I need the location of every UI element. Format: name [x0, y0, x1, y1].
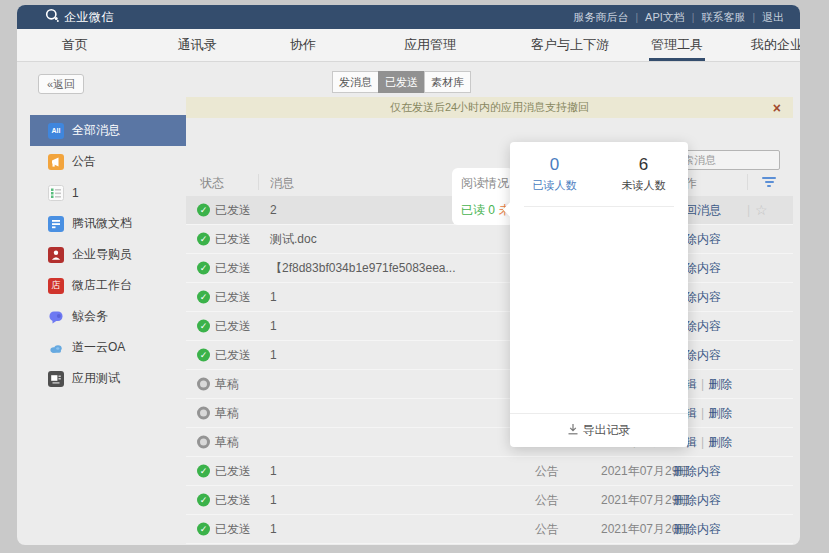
download-icon — [568, 424, 578, 438]
sidebar-item-企业导购员[interactable]: 企业导购员 — [30, 239, 186, 270]
unread-count-label: 未读人数 — [599, 178, 688, 193]
status-label: 已发送 — [215, 202, 251, 219]
export-record-button[interactable]: 导出记录 — [510, 413, 688, 447]
sidebar-item-公告[interactable]: 公告 — [30, 146, 186, 177]
status-label: 已发送 — [215, 260, 251, 277]
table-row[interactable]: ✓已发送【2f8d83bf034b1e971fe5083eea...删除内容 — [186, 254, 793, 283]
nav-item-我的企业[interactable]: 我的企业 — [751, 29, 800, 61]
status-sent-icon: ✓ — [197, 320, 210, 333]
action-cell: 删除内容 — [673, 463, 721, 480]
message-cell: 1 — [270, 319, 277, 333]
popup-stats: 0 已读人数 6 未读人数 — [510, 142, 688, 193]
sidebar-item-label: 公告 — [72, 153, 96, 170]
message-cell: 1 — [270, 348, 277, 362]
action-link-删除[interactable]: 删除 — [708, 435, 732, 449]
action-link-删除内容[interactable]: 删除内容 — [673, 493, 721, 507]
unread-count-value: 6 — [599, 155, 688, 175]
status-sent-icon: ✓ — [197, 349, 210, 362]
action-cell: 删除内容 — [673, 492, 721, 509]
tab-发消息[interactable]: 发消息 — [332, 71, 379, 93]
sidebar-item-应用测试[interactable]: 应用测试 — [30, 363, 186, 394]
col-header-status: 状态 — [200, 175, 224, 192]
tab-已发送[interactable]: 已发送 — [378, 71, 425, 93]
table-row[interactable]: ✓已发送测试.doc删除内容 — [186, 225, 793, 254]
action-cell: 删除内容 — [673, 521, 721, 538]
read-count-value: 0 — [510, 155, 599, 175]
sidebar-item-label: 企业导购员 — [72, 246, 132, 263]
action-separator: | — [701, 435, 704, 449]
content-area: «返回 发消息已发送素材库 仅在发送后24小时内的应用消息支持撤回 × All全… — [17, 62, 800, 545]
notice-close-icon[interactable]: × — [773, 97, 781, 118]
sidebar-item-label: 道一云OA — [72, 339, 125, 356]
nav-item-首页[interactable]: 首页 — [62, 29, 88, 61]
status-label: 已发送 — [215, 463, 251, 480]
message-cell: 1 — [270, 522, 277, 536]
status-draft-icon — [197, 436, 210, 449]
nav-item-客户与上下游[interactable]: 客户与上下游 — [531, 29, 609, 61]
popup-divider — [524, 206, 674, 207]
sidebar-item-label: 1 — [72, 186, 79, 200]
topbar-links: 服务商后台|API文档|联系客服|退出 — [573, 10, 784, 25]
announcement-icon — [48, 154, 64, 170]
star-icon[interactable]: ☆ — [755, 202, 768, 218]
read-count-text: 已读 0 — [461, 203, 495, 217]
message-tabs: 发消息已发送素材库 — [332, 71, 471, 93]
status-label: 已发送 — [215, 521, 251, 538]
nav-item-应用管理[interactable]: 应用管理 — [404, 29, 456, 61]
app-title: 企业微信 — [64, 9, 114, 26]
nav-item-通讯录[interactable]: 通讯录 — [178, 29, 217, 61]
message-cell: 2 — [270, 203, 277, 217]
table-row[interactable]: ✓已发送1公告2021年07月20日删除内容 — [186, 515, 793, 544]
table-row[interactable]: ✓已发送1删除内容 — [186, 283, 793, 312]
sidebar-item-微店工作台[interactable]: 店微店工作台 — [30, 270, 186, 301]
type-cell: 公告 — [535, 492, 559, 509]
sidebar-item-label: 鲸会务 — [72, 308, 108, 325]
table-row[interactable]: ✓已发送2已读 0未读 6撤回消息|☆ — [186, 196, 793, 225]
top-bar: 企业微信 服务商后台|API文档|联系客服|退出 — [17, 5, 800, 29]
topbar-link[interactable]: 服务商后台 — [573, 10, 628, 25]
topbar-link[interactable]: API文档 — [645, 10, 685, 25]
table-row[interactable]: ✓已发送1公告2021年07月29日删除内容 — [186, 486, 793, 515]
filter-icon[interactable] — [761, 177, 777, 190]
sidebar-item-道一云OA[interactable]: 道一云OA — [30, 332, 186, 363]
table-row[interactable]: ✓已发送1删除内容 — [186, 312, 793, 341]
table-body: ✓已发送2已读 0未读 6撤回消息|☆✓已发送测试.doc删除内容✓已发送【2f… — [186, 196, 793, 544]
status-sent-icon: ✓ — [197, 494, 210, 507]
status-label: 草稿 — [215, 376, 239, 393]
sidebar-item-鲸会务[interactable]: 鲸会务 — [30, 301, 186, 332]
back-button[interactable]: «返回 — [38, 74, 84, 94]
table-row[interactable]: 草稿2021年07月29日编辑|删除 — [186, 428, 793, 457]
topbar-link[interactable]: 退出 — [762, 10, 784, 25]
table-row[interactable]: ✓已发送1公告2021年07月29日删除内容 — [186, 457, 793, 486]
app-sidebar: All全部消息公告1腾讯微文档企业导购员店微店工作台鲸会务道一云OA应用测试 — [30, 115, 186, 394]
type-cell: 公告 — [535, 463, 559, 480]
action-separator: | — [701, 406, 704, 420]
nav-item-协作[interactable]: 协作 — [290, 29, 316, 61]
read-count-stat: 0 已读人数 — [510, 155, 599, 193]
tab-素材库[interactable]: 素材库 — [424, 71, 471, 93]
sidebar-item-1[interactable]: 1 — [30, 177, 186, 208]
sidebar-item-label: 全部消息 — [72, 122, 120, 139]
nav-item-管理工具[interactable]: 管理工具 — [651, 29, 703, 61]
notice-text: 仅在发送后24小时内的应用消息支持撤回 — [390, 100, 589, 115]
table-row[interactable]: 草稿编辑|删除 — [186, 370, 793, 399]
status-sent-icon: ✓ — [197, 233, 210, 246]
action-link-删除[interactable]: 删除 — [708, 377, 732, 391]
status-sent-icon: ✓ — [197, 523, 210, 536]
col-header-message: 消息 — [270, 175, 294, 192]
read-count-label: 已读人数 — [510, 178, 599, 193]
message-cell: 1 — [270, 493, 277, 507]
status-draft-icon — [197, 378, 210, 391]
topbar-link[interactable]: 联系客服 — [701, 10, 745, 25]
table-header: 状态 消息 阅读情况 操作 — [186, 170, 793, 196]
action-link-删除内容[interactable]: 删除内容 — [673, 522, 721, 536]
sidebar-item-腾讯微文档[interactable]: 腾讯微文档 — [30, 208, 186, 239]
action-link-删除[interactable]: 删除 — [708, 406, 732, 420]
status-label: 草稿 — [215, 405, 239, 422]
action-link-删除内容[interactable]: 删除内容 — [673, 464, 721, 478]
table-row[interactable]: ✓已发送1删除内容 — [186, 341, 793, 370]
sidebar-item-全部消息[interactable]: All全部消息 — [30, 115, 186, 146]
app-logo: 企业微信 — [45, 8, 114, 26]
table-row[interactable]: 草稿编辑|删除 — [186, 399, 793, 428]
message-cell: 【2f8d83bf034b1e971fe5083eea... — [270, 260, 456, 277]
